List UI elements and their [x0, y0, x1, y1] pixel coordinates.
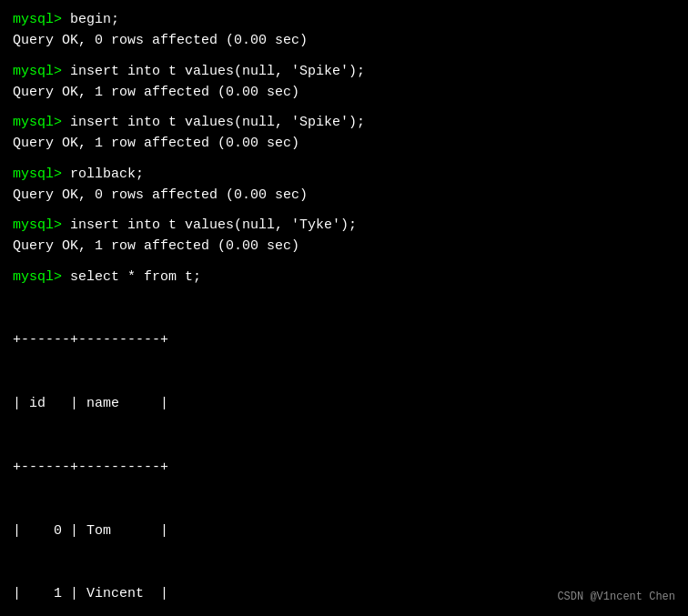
line-insert1-cmd: mysql> insert into t values(null, 'Spike… — [13, 61, 675, 82]
spacer-4 — [13, 206, 675, 215]
line-insert2-cmd: mysql> insert into t values(null, 'Spike… — [13, 112, 675, 133]
table-block: +------+----------+ | id | name | +-----… — [13, 288, 675, 616]
spacer-2 — [13, 103, 675, 112]
cmd-2: insert into t values(null, 'Spike'); — [70, 64, 365, 79]
prompt-2: mysql> — [13, 64, 70, 79]
line-begin-cmd: mysql> begin; — [13, 9, 675, 30]
prompt-5: mysql> — [13, 217, 70, 233]
line-rollback-cmd: mysql> rollback; — [13, 164, 675, 185]
result-begin: Query OK, 0 rows affected (0.00 sec) — [13, 30, 675, 51]
cmd-5: insert into t values(null, 'Tyke'); — [70, 217, 357, 233]
table-row-0: | 0 | Tom | — [13, 520, 675, 541]
spacer-5 — [13, 258, 675, 267]
prompt-1: mysql> — [13, 12, 70, 27]
result-insert1: Query OK, 1 row affected (0.00 sec) — [13, 82, 675, 103]
cmd-1: begin; — [70, 12, 119, 27]
table-sep-header: +------+----------+ — [13, 457, 675, 478]
result-insert2: Query OK, 1 row affected (0.00 sec) — [13, 133, 675, 154]
prompt-6: mysql> — [13, 269, 70, 285]
spacer-3 — [13, 155, 675, 164]
cmd-6: select * from t; — [70, 269, 201, 285]
cmd-3: insert into t values(null, 'Spike'); — [70, 115, 365, 130]
cmd-4: rollback; — [70, 167, 144, 182]
result-rollback: Query OK, 0 rows affected (0.00 sec) — [13, 185, 675, 206]
prompt-3: mysql> — [13, 115, 70, 130]
terminal-container: mysql> begin; Query OK, 0 rows affected … — [13, 9, 675, 616]
watermark: CSDN @V1ncent Chen — [557, 591, 675, 603]
prompt-4: mysql> — [13, 167, 70, 182]
table-header: | id | name | — [13, 393, 675, 414]
line-select-cmd: mysql> select * from t; — [13, 267, 675, 288]
result-insert-tyke: Query OK, 1 row affected (0.00 sec) — [13, 236, 675, 257]
line-insert-tyke-cmd: mysql> insert into t values(null, 'Tyke'… — [13, 215, 675, 236]
spacer-1 — [13, 52, 675, 61]
table-sep-top: +------+----------+ — [13, 329, 675, 350]
